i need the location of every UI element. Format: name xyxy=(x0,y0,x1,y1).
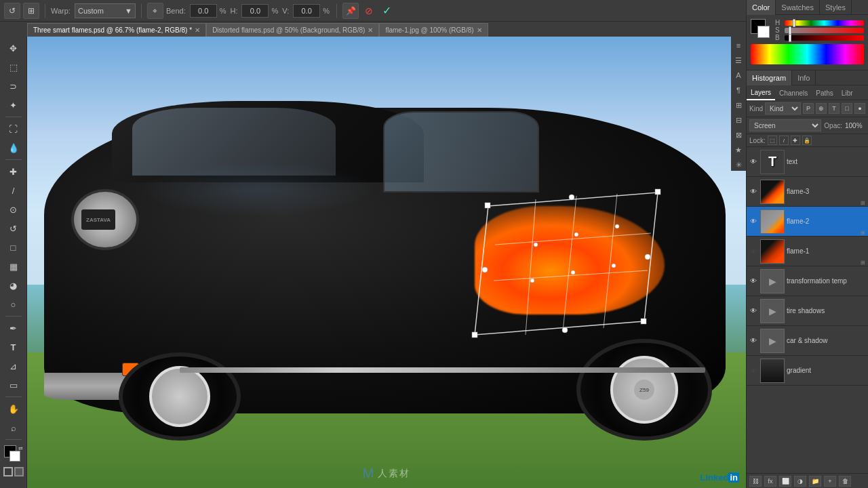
panel-icon-3[interactable]: A xyxy=(732,69,745,81)
tool-brush[interactable]: / xyxy=(5,182,22,199)
layer-vis-text[interactable] xyxy=(749,157,758,167)
tab-color[interactable]: Color xyxy=(747,0,776,15)
bend-input[interactable] xyxy=(190,4,217,18)
layer-item-tire-shadows[interactable]: ▶ tire shadows xyxy=(747,296,868,326)
lock-all-btn[interactable]: 🔒 xyxy=(802,136,812,145)
layer-item-flame1[interactable]: 👁 flame-1 ⊞ xyxy=(747,237,868,266)
layers-filter-text[interactable]: T xyxy=(829,103,840,114)
layer-vis-tire-shadows[interactable] xyxy=(749,306,758,316)
swap-colors-icon[interactable]: ⇄ xyxy=(18,445,23,451)
layer-vis-flame2[interactable] xyxy=(749,217,758,226)
layer-item-flame2[interactable]: flame-2 ⊞ xyxy=(747,207,868,237)
tab-3[interactable]: flame-1.jpg @ 100% (RGB/8) ✕ xyxy=(379,23,488,37)
layer-item-flame3[interactable]: flame-3 ⊞ xyxy=(747,177,868,207)
tab-styles[interactable]: Styles xyxy=(820,0,852,15)
lock-move-btn[interactable]: ✚ xyxy=(791,136,800,145)
kind-dropdown[interactable]: Kind xyxy=(765,102,801,115)
confirm-warp-button[interactable]: ✓ xyxy=(379,3,394,18)
layer-vis-flame3[interactable] xyxy=(749,187,758,197)
toolbar-grid[interactable]: ⊞ xyxy=(23,3,39,19)
tool-hand[interactable]: ✋ xyxy=(5,400,22,418)
add-adjustment-btn[interactable]: ◑ xyxy=(794,476,806,487)
link-layers-btn[interactable]: ⛓ xyxy=(749,476,762,487)
tool-lasso[interactable]: ⊃ xyxy=(5,77,22,95)
panel-icon-9[interactable]: ✳ xyxy=(732,159,745,171)
panel-icon-4[interactable]: ¶ xyxy=(732,84,745,96)
background-color[interactable] xyxy=(9,451,20,462)
panel-icon-1[interactable]: ≡ xyxy=(732,39,745,52)
tool-type[interactable]: T xyxy=(5,338,22,356)
layer-vis-car-shadow[interactable] xyxy=(749,336,758,346)
panel-icon-2[interactable]: ☰ xyxy=(732,54,745,66)
standard-screen-btn[interactable] xyxy=(3,467,13,476)
add-layer-btn[interactable]: + xyxy=(824,476,836,487)
layer-item-text[interactable]: T text xyxy=(747,147,868,177)
add-group-btn[interactable]: 📁 xyxy=(809,476,821,487)
tab-histogram[interactable]: Histogram xyxy=(747,70,792,85)
layer-vis-flame1[interactable]: 👁 xyxy=(749,247,758,256)
tool-eyedrop[interactable]: 💧 xyxy=(5,139,22,157)
panel-icon-6[interactable]: ⊟ xyxy=(732,114,745,126)
warp-mode-dropdown[interactable]: Custom ▼ xyxy=(75,3,136,18)
toolbar-history-back[interactable]: ↺ xyxy=(4,3,20,19)
add-style-btn[interactable]: fx xyxy=(764,476,776,487)
layer-item-gradient[interactable]: 👁 gradient xyxy=(747,356,868,386)
layers-filter-shape[interactable]: □ xyxy=(842,103,852,114)
tab-3-close[interactable]: ✕ xyxy=(477,26,482,34)
tool-blur[interactable]: ◕ xyxy=(5,277,22,294)
tool-zoom[interactable]: ⌕ xyxy=(5,419,22,436)
tool-heal[interactable]: ✚ xyxy=(5,163,22,180)
tab-layers[interactable]: Layers xyxy=(747,85,775,100)
tool-history-brush[interactable]: ↺ xyxy=(5,220,22,237)
tab-info[interactable]: Info xyxy=(792,70,816,85)
tool-magic-wand[interactable]: ✦ xyxy=(5,96,22,114)
opacity-value[interactable]: 100% xyxy=(845,122,865,129)
tool-pen[interactable]: ✒ xyxy=(5,319,22,337)
layer-item-transformation[interactable]: ▶ transformation temp xyxy=(747,266,868,296)
add-mask-btn[interactable]: ⬜ xyxy=(779,476,791,487)
layers-filter-px[interactable]: P xyxy=(803,103,814,114)
b-slider-track[interactable] xyxy=(785,35,864,41)
layer-vis-gradient[interactable]: 👁 xyxy=(749,366,758,375)
v-input[interactable] xyxy=(293,4,320,18)
s-slider-track[interactable] xyxy=(785,28,864,33)
tool-dodge[interactable]: ○ xyxy=(5,296,22,313)
tool-move[interactable]: ✥ xyxy=(5,39,22,57)
panel-icon-8[interactable]: ★ xyxy=(732,144,745,156)
layer-vis-transformation[interactable] xyxy=(749,277,758,286)
h-input[interactable] xyxy=(241,4,269,18)
tool-gradient[interactable]: ▦ xyxy=(5,258,22,275)
layers-filter-smart[interactable]: ● xyxy=(854,103,865,114)
color-spectrum-bar[interactable] xyxy=(751,44,864,64)
tab-1-close[interactable]: ✕ xyxy=(195,26,200,34)
bg-swatch[interactable] xyxy=(757,26,770,38)
panel-icon-7[interactable]: ⊠ xyxy=(732,129,745,141)
tool-path-select[interactable]: ⊿ xyxy=(5,357,22,375)
layer-item-car-shadow[interactable]: ▶ car & shadow xyxy=(747,326,868,356)
toolbar-pin-icon[interactable]: 📌 xyxy=(342,3,359,19)
s-slider-thumb[interactable] xyxy=(789,26,791,35)
tab-libraries[interactable]: Libr xyxy=(837,85,857,100)
tab-paths[interactable]: Paths xyxy=(812,85,837,100)
tab-2-close[interactable]: ✕ xyxy=(368,26,373,34)
h-slider-thumb[interactable] xyxy=(793,19,795,27)
tool-select-rect[interactable]: ⬚ xyxy=(5,58,22,76)
cancel-warp-button[interactable]: ⊘ xyxy=(361,3,376,18)
tool-crop[interactable]: ⛶ xyxy=(5,120,22,138)
tab-swatches[interactable]: Swatches xyxy=(776,0,820,15)
lock-px-btn[interactable]: ⬚ xyxy=(768,136,777,145)
layers-filter-adj[interactable]: ⊕ xyxy=(816,103,827,114)
fg-bg-swatches[interactable] xyxy=(751,19,772,41)
tab-channels[interactable]: Channels xyxy=(775,85,812,100)
tool-eraser[interactable]: □ xyxy=(5,239,22,256)
toolbar-transform-icon[interactable]: ⌖ xyxy=(147,3,163,19)
quick-mask-btn[interactable] xyxy=(14,467,24,476)
tab-2[interactable]: Distorted flames.psd @ 50% (Background, … xyxy=(206,23,379,37)
color-swatch-area[interactable]: ⇄ xyxy=(4,445,23,464)
panel-icon-5[interactable]: ⊞ xyxy=(732,99,745,111)
lock-draw-btn[interactable]: / xyxy=(779,136,789,145)
b-slider-thumb[interactable] xyxy=(789,34,791,42)
tool-shape[interactable]: ▭ xyxy=(5,376,22,394)
tool-clone[interactable]: ⊙ xyxy=(5,201,22,218)
blend-mode-dropdown[interactable]: Screen Normal Multiply Overlay xyxy=(749,119,821,131)
